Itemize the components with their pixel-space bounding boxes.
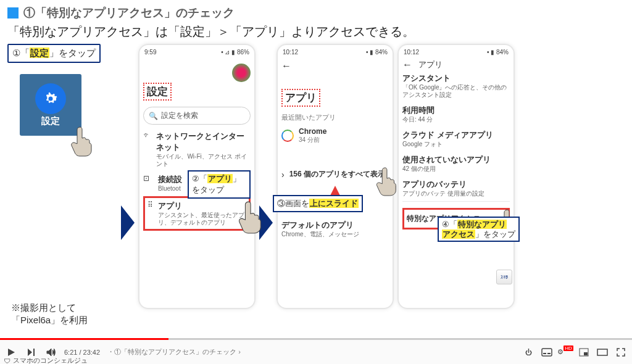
footnote: ※撮影用として 「Pixel6a」を利用 — [11, 302, 88, 326]
search-input[interactable]: 🔍 設定を検索 — [143, 107, 251, 125]
wifi-icon: ᯤ — [143, 131, 151, 168]
app-battery-item[interactable]: アプリのバッテリアプリのバッテ 使用量の設定 — [402, 179, 510, 197]
settings-item-apps[interactable]: ⠿ アプリ アシスタント、最近使ったアプリ、デフォルトのアプリ — [143, 196, 251, 231]
settings-button[interactable]: ⚙HD — [559, 346, 572, 358]
callout-step-1: ①「設定」をタップ — [7, 44, 101, 63]
phone-screenshot-1: 9:59 • ⊿ ▮ 86% 設定 🔍 設定を検索 ᯤ ネットワークとインターネ… — [138, 44, 256, 309]
video-chapter[interactable]: ・①「特別なアプリアクセス」のチェック › — [107, 347, 241, 357]
channel-name[interactable]: 🛡スマホのコンシェルジュ — [4, 356, 88, 364]
callout-step-2: ②「アプリ」をタップ — [188, 170, 251, 199]
status-time: 10:12 — [404, 49, 419, 56]
arrow-right-icon — [121, 205, 135, 240]
default-apps-item[interactable]: デフォルトのアプリ Chrome、電話、メッセージ — [281, 220, 389, 238]
svg-rect-4 — [584, 352, 588, 355]
devices-icon: ⊡ — [143, 174, 153, 192]
video-time: 6:21 / 23:42 — [64, 349, 100, 356]
chrome-icon — [281, 130, 294, 142]
status-battery: • ▮ 84% — [487, 49, 509, 56]
svg-rect-2 — [547, 353, 551, 354]
chevron-right-icon: › — [281, 170, 285, 180]
settings-item-connected[interactable]: ⊡ 接続設 Bluetoot ②「アプリ」をタップ — [143, 174, 251, 192]
callout-step-3: ③画面を上にスライド — [273, 195, 363, 212]
video-progress-played — [0, 338, 168, 340]
page-heading: アプリ — [418, 59, 443, 70]
back-button[interactable]: ← — [402, 59, 412, 70]
section-marker-icon — [7, 7, 19, 19]
shield-icon: 🛡 — [4, 357, 10, 365]
unused-apps-item[interactable]: 使用されていないアプリ42 個の使用 — [402, 154, 510, 173]
svg-rect-5 — [597, 349, 607, 355]
apps-icon: ⠿ — [148, 201, 153, 226]
svg-rect-1 — [543, 353, 546, 354]
fullscreen-button[interactable] — [615, 346, 627, 358]
subtitles-button[interactable] — [541, 346, 553, 358]
show-all-apps[interactable]: › 156 個のアプリをすべて表示 — [281, 169, 389, 180]
status-time: 9:59 — [144, 49, 156, 56]
recent-app-chrome[interactable]: Chrome 34 分前 — [281, 127, 389, 144]
video-progress-bar[interactable] — [0, 338, 632, 340]
status-battery: • ▮ 84% — [366, 49, 388, 56]
miniplayer-button[interactable] — [578, 346, 590, 358]
back-button[interactable]: ← — [281, 60, 389, 72]
avatar[interactable] — [232, 64, 251, 82]
phone-screenshot-3: 10:12 • ▮ 84% ← アプリ アシスタント「OK Google」への応… — [397, 44, 515, 309]
channel-badge: ｽﾏﾎ — [496, 270, 512, 284]
settings-app-tile[interactable]: 設定 — [20, 74, 81, 136]
phone-screenshot-2: 10:12 • ▮ 84% ← アプリ 最近開いたアプリ Chrome 34 分… — [276, 44, 394, 309]
apps-header-highlight: アプリ — [281, 89, 320, 107]
page-title: ①「特別なアプリアクセス」のチェック — [23, 5, 235, 21]
settings-header-highlight: 設定 — [143, 83, 172, 101]
status-battery: • ⊿ ▮ 86% — [221, 49, 249, 56]
usage-item[interactable]: 利用時間今日: 44 分 — [402, 105, 510, 123]
gear-icon — [35, 83, 66, 114]
assistant-item[interactable]: アシスタント「OK Google」への応答と、その他のアシスタント設定 — [402, 73, 510, 99]
recent-apps-label: 最近開いたアプリ — [281, 113, 389, 122]
page-subtitle: 「特別なアプリアクセス」は「設定」＞「アプリ」よりアクセスできる。 — [7, 23, 625, 40]
svg-rect-0 — [542, 349, 552, 356]
theater-button[interactable] — [596, 346, 609, 358]
status-time: 10:12 — [283, 49, 298, 56]
settings-item-network[interactable]: ᯤ ネットワークとインターネット モバイル、Wi-Fi、アクセス ポイント — [143, 131, 251, 168]
settings-tile-label: 設定 — [41, 115, 60, 127]
autoplay-toggle[interactable]: ⏻ — [522, 346, 534, 358]
search-icon: 🔍 — [149, 112, 158, 120]
arrow-right-icon — [259, 205, 273, 240]
callout-step-4: ④「特別なアプリ アクセス」をタップ — [438, 217, 520, 242]
cloud-media-item[interactable]: クラウド メディアアプリGoogle フォト — [402, 130, 510, 148]
